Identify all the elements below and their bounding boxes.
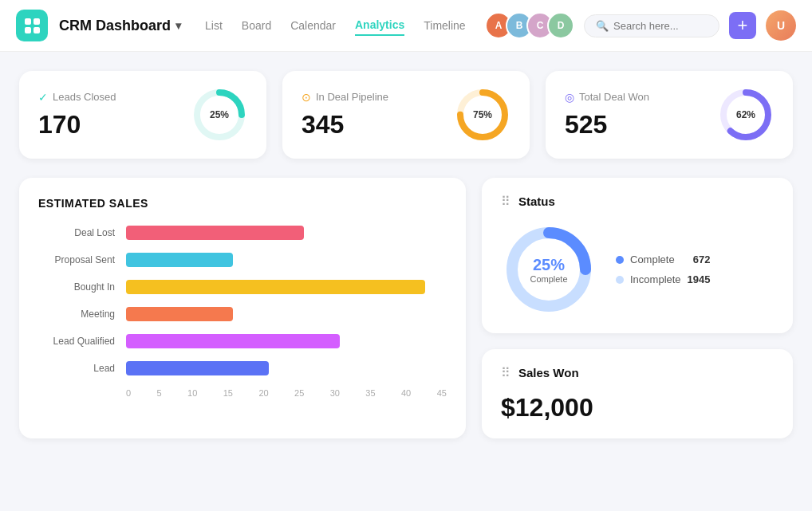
bar-track	[126, 253, 447, 267]
bar-row: Meeting	[38, 307, 447, 321]
sales-won-card: ⠿ Sales Won $12,000	[482, 349, 793, 438]
donut-label: 62%	[736, 109, 755, 120]
x-tick: 15	[223, 388, 233, 398]
circle-icon: ◎	[565, 91, 574, 104]
stat-value: 170	[38, 110, 116, 140]
chart-title: ESTIMATED SALES	[38, 197, 447, 210]
sales-won-value: $12,000	[501, 393, 774, 423]
page-title: CRM Dashboard ▾	[59, 18, 181, 34]
search-input[interactable]	[613, 20, 708, 32]
bar-row: Deal Lost	[38, 226, 447, 240]
card-header: ⠿ Status	[501, 194, 774, 209]
bar-row: Proposal Sent	[38, 253, 447, 267]
bar-row: Lead	[38, 361, 447, 375]
status-content: 25% Complete Complete 672 Incomplete	[501, 222, 774, 317]
search-icon: 🔍	[596, 20, 609, 32]
bar-track	[126, 226, 447, 240]
card-header: ⠿ Sales Won	[501, 365, 774, 380]
sales-won-title: Sales Won	[518, 366, 579, 379]
bar-fill	[126, 253, 233, 267]
x-tick: 20	[258, 388, 268, 398]
bar-track	[126, 280, 447, 294]
bar-fill	[126, 307, 233, 321]
bar-fill	[126, 334, 340, 348]
stat-value: 345	[302, 110, 388, 140]
bar-row: Bought In	[38, 280, 447, 294]
stat-value: 525	[565, 110, 649, 140]
bar-label: Lead	[38, 363, 126, 374]
bar-fill	[126, 361, 269, 375]
tab-list[interactable]: List	[205, 16, 223, 35]
header-right: A B C D 🔍 + U	[485, 10, 796, 41]
stat-cards: ✓ Leads Closed 170 25% ⊙ In Deal Pipelin…	[19, 71, 793, 159]
x-tick: 35	[365, 388, 375, 398]
search-box[interactable]: 🔍	[584, 14, 719, 37]
stat-label: ⊙ In Deal Pipeline	[302, 91, 388, 104]
x-tick: 5	[157, 388, 162, 398]
main-content: ✓ Leads Closed 170 25% ⊙ In Deal Pipelin…	[0, 52, 812, 458]
circle-icon: ⊙	[302, 91, 311, 104]
legend-item-complete: Complete 672	[616, 254, 711, 265]
bar-chart-card: ESTIMATED SALES Deal Lost Proposal Sent …	[19, 178, 466, 438]
tab-timeline[interactable]: Timeline	[424, 16, 465, 35]
legend-dot-complete	[616, 256, 624, 264]
x-tick: 45	[437, 388, 447, 398]
bar-track	[126, 334, 447, 348]
stat-card-total-deal-won: ◎ Total Deal Won 525 62%	[546, 71, 793, 159]
user-avatars: A B C D	[485, 12, 574, 39]
bar-label: Bought In	[38, 281, 126, 293]
donut-chart-pipeline: 75%	[455, 87, 510, 143]
bar-track	[126, 361, 447, 375]
bar-fill	[126, 280, 425, 294]
bar-row: Lead Qualified	[38, 334, 447, 348]
right-column: ⠿ Status 25% Complete	[482, 178, 793, 438]
status-donut: 25% Complete	[501, 222, 597, 317]
x-axis: 051015202530354045	[38, 388, 447, 398]
nav-tabs: List Board Calendar Analytics Timeline	[205, 15, 466, 36]
bar-label: Deal Lost	[38, 227, 126, 238]
stat-card-deal-pipeline: ⊙ In Deal Pipeline 345 75%	[282, 71, 530, 159]
donut-chart-won: 62%	[718, 87, 774, 143]
x-tick: 0	[126, 388, 131, 398]
status-card-title: Status	[518, 195, 555, 208]
dots-icon: ⠿	[501, 194, 512, 209]
bar-track	[126, 307, 447, 321]
add-button[interactable]: +	[729, 12, 756, 39]
status-donut-label: 25% Complete	[530, 256, 567, 284]
donut-label: 25%	[210, 109, 229, 120]
current-user-avatar: U	[766, 10, 796, 41]
check-icon: ✓	[38, 91, 48, 104]
x-tick: 10	[187, 388, 197, 398]
x-tick: 40	[401, 388, 411, 398]
tab-calendar[interactable]: Calendar	[290, 16, 336, 35]
donut-label: 75%	[473, 109, 492, 120]
tab-board[interactable]: Board	[242, 16, 271, 35]
x-tick: 30	[330, 388, 340, 398]
stat-label: ◎ Total Deal Won	[565, 91, 649, 104]
donut-chart-leads: 25%	[191, 87, 247, 143]
bottom-grid: ESTIMATED SALES Deal Lost Proposal Sent …	[19, 178, 793, 438]
header: CRM Dashboard ▾ List Board Calendar Anal…	[0, 0, 812, 52]
chevron-down-icon: ▾	[175, 19, 181, 32]
logo	[16, 10, 48, 41]
status-card: ⠿ Status 25% Complete	[482, 178, 793, 333]
bar-label: Proposal Sent	[38, 254, 126, 265]
stat-label: ✓ Leads Closed	[38, 91, 116, 104]
dots-icon: ⠿	[501, 365, 512, 380]
bar-label: Meeting	[38, 309, 126, 320]
legend: Complete 672 Incomplete 1945	[616, 254, 711, 285]
bar-fill	[126, 226, 304, 240]
title-text: CRM Dashboard	[59, 18, 171, 34]
legend-dot-incomplete	[616, 276, 624, 284]
avatar: D	[547, 12, 574, 39]
tab-analytics[interactable]: Analytics	[355, 15, 404, 36]
bar-label: Lead Qualified	[38, 336, 126, 347]
bar-chart: Deal Lost Proposal Sent Bought In Meetin…	[38, 226, 447, 375]
x-tick: 25	[294, 388, 304, 398]
stat-card-leads-closed: ✓ Leads Closed 170 25%	[19, 71, 266, 159]
legend-item-incomplete: Incomplete 1945	[616, 273, 711, 285]
